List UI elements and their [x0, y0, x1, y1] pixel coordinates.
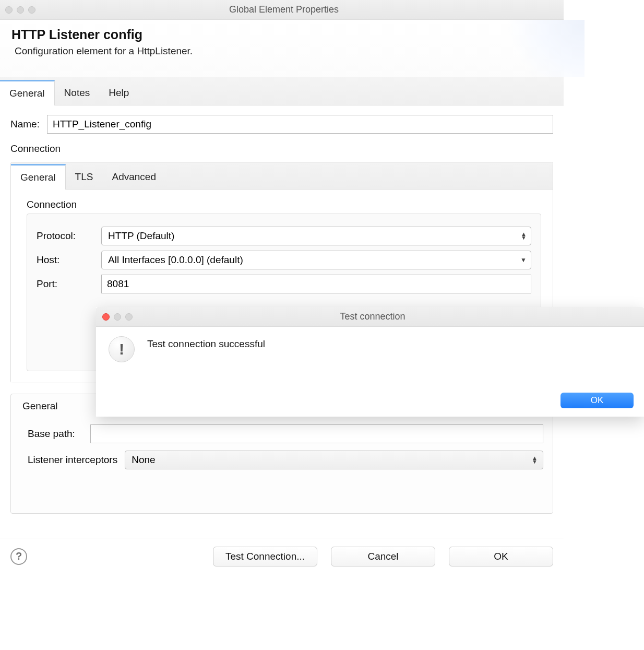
- tab-notes[interactable]: Notes: [55, 81, 100, 105]
- basepath-label: Base path:: [28, 428, 85, 440]
- test-connection-modal: Test connection ! Test connection succes…: [96, 307, 644, 417]
- protocol-label: Protocol:: [37, 230, 94, 242]
- parent-minimize-icon[interactable]: [17, 6, 24, 14]
- inner-tab-general[interactable]: General: [11, 164, 66, 190]
- modal-body: ! Test connection successful: [96, 327, 644, 362]
- header-band: HTTP Listener config Configuration eleme…: [0, 20, 564, 77]
- tab-general[interactable]: General: [0, 80, 55, 105]
- modal-zoom-icon[interactable]: [125, 313, 133, 321]
- global-element-properties-window: Global Element Properties HTTP Listener …: [0, 0, 564, 574]
- modal-minimize-icon[interactable]: [114, 313, 121, 321]
- name-row: Name:: [10, 115, 553, 134]
- host-row: Host: All Interfaces [0.0.0.0] (default)…: [37, 251, 531, 269]
- tab-help[interactable]: Help: [99, 81, 138, 105]
- inner-tab-tls[interactable]: TLS: [66, 165, 103, 189]
- parent-traffic-lights: [5, 6, 35, 14]
- modal-footer: OK: [560, 393, 634, 408]
- basepath-row: Base path:: [28, 424, 543, 443]
- outer-tabs: General Notes Help: [0, 77, 564, 105]
- cancel-button[interactable]: Cancel: [331, 547, 435, 566]
- port-row: Port:: [37, 275, 531, 293]
- host-label: Host:: [37, 254, 94, 266]
- port-label: Port:: [37, 278, 94, 290]
- exclamation-icon: !: [109, 336, 135, 362]
- name-label: Name:: [10, 119, 40, 130]
- inner-tab-advanced[interactable]: Advanced: [102, 165, 165, 189]
- interceptors-value: None: [132, 454, 155, 466]
- ok-button[interactable]: OK: [449, 547, 553, 566]
- chevron-down-icon: ▼: [520, 256, 527, 264]
- interceptors-dropdown[interactable]: None ▲▼: [125, 451, 543, 469]
- updown-icon: ▲▼: [532, 456, 538, 464]
- inner-tabs: General TLS Advanced: [11, 162, 553, 190]
- parent-titlebar: Global Element Properties: [0, 0, 564, 20]
- basepath-input[interactable]: [90, 424, 543, 443]
- page-description: Configuration element for a HttpListener…: [11, 45, 552, 57]
- modal-titlebar: Test connection: [96, 307, 644, 327]
- port-input[interactable]: [101, 275, 531, 293]
- interceptors-row: Listener interceptors None ▲▼: [28, 451, 543, 469]
- host-value: All Interfaces [0.0.0.0] (default): [108, 254, 243, 266]
- modal-title: Test connection: [133, 311, 613, 322]
- page-title: HTTP Listener config: [11, 27, 552, 42]
- protocol-dropdown[interactable]: HTTP (Default) ▲▼: [101, 227, 531, 245]
- conn-subheading: Connection: [27, 199, 541, 210]
- header-glow: [491, 20, 585, 77]
- modal-traffic-lights: [96, 313, 133, 321]
- help-icon[interactable]: ?: [10, 548, 27, 565]
- host-combobox[interactable]: All Interfaces [0.0.0.0] (default) ▼: [101, 251, 531, 269]
- updown-icon: ▲▼: [521, 232, 527, 240]
- interceptors-label: Listener interceptors: [28, 454, 117, 466]
- parent-footer: ? Test Connection... Cancel OK: [0, 538, 564, 574]
- parent-close-icon[interactable]: [5, 6, 13, 14]
- protocol-row: Protocol: HTTP (Default) ▲▼: [37, 227, 531, 245]
- modal-close-icon[interactable]: [102, 313, 110, 321]
- parent-zoom-icon[interactable]: [28, 6, 35, 14]
- test-connection-button[interactable]: Test Connection...: [213, 547, 317, 566]
- parent-window-title: Global Element Properties: [35, 4, 532, 15]
- modal-ok-button[interactable]: OK: [560, 393, 634, 408]
- connection-heading: Connection: [10, 143, 553, 155]
- name-input[interactable]: [47, 115, 553, 134]
- modal-message: Test connection successful: [147, 336, 265, 362]
- protocol-value: HTTP (Default): [108, 230, 174, 242]
- footer-buttons: Test Connection... Cancel OK: [213, 547, 553, 566]
